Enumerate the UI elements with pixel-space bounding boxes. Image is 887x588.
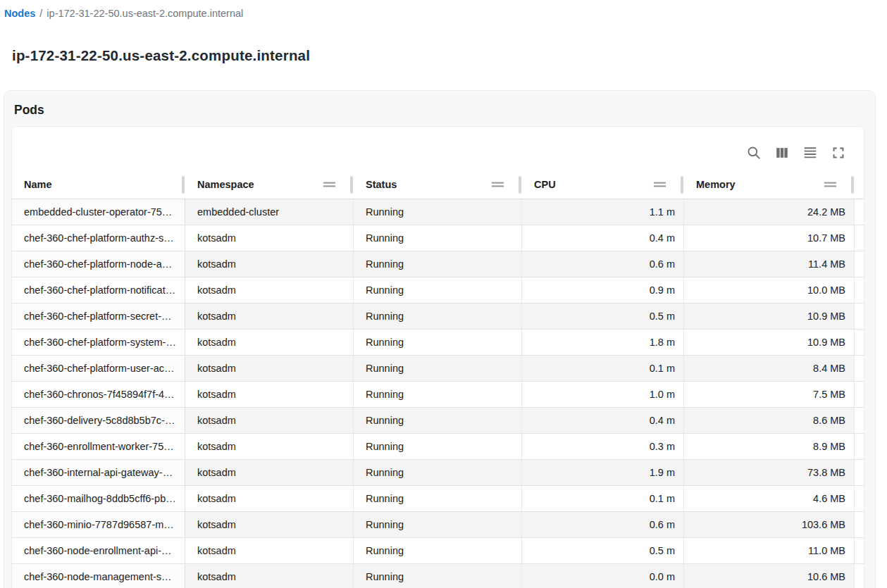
- search-button[interactable]: [741, 140, 767, 165]
- pod-name-cell: chef-360-internal-api-gateway-6…: [12, 460, 185, 486]
- column-header-status[interactable]: Status: [354, 170, 522, 199]
- table-row: chef-360-node-management-ser… kotsadm Ru…: [12, 564, 864, 588]
- pods-table: Name Namespace S: [12, 170, 864, 588]
- pod-status-cell: Running: [354, 356, 522, 382]
- pod-status-cell: Running: [354, 512, 522, 538]
- column-drag-handle-icon[interactable]: [322, 177, 337, 192]
- table-row: chef-360-node-enrollment-api-7… kotsadm …: [12, 538, 864, 564]
- filler-cell: [855, 460, 864, 486]
- column-header-filler: [855, 170, 864, 199]
- table-row: chef-360-chef-platform-notificati… kotsa…: [12, 277, 864, 304]
- pod-namespace-cell: kotsadm: [185, 277, 354, 304]
- pod-name-cell: chef-360-chef-platform-system-…: [12, 330, 185, 356]
- column-resize-handle[interactable]: [851, 176, 854, 194]
- fullscreen-button[interactable]: [826, 140, 851, 165]
- pod-status-cell: Running: [354, 434, 522, 460]
- filler-cell: [855, 408, 864, 434]
- filler-cell: [855, 538, 864, 564]
- page-title: ip-172-31-22-50.us-east-2.compute.intern…: [12, 47, 310, 64]
- pod-memory-cell: 103.6 MB: [684, 512, 855, 538]
- pod-namespace-cell: kotsadm: [185, 564, 354, 588]
- pod-status-cell: Running: [354, 304, 522, 330]
- pod-status-cell: Running: [354, 408, 522, 434]
- column-drag-handle-icon[interactable]: [652, 177, 667, 192]
- pod-status-cell: Running: [354, 330, 522, 356]
- pod-namespace-cell: embedded-cluster: [185, 199, 354, 225]
- search-icon: [746, 145, 762, 161]
- pod-status-cell: Running: [354, 277, 522, 304]
- pod-memory-cell: 11.4 MB: [684, 251, 855, 277]
- table-row: chef-360-enrollment-worker-758… kotsadm …: [12, 434, 864, 460]
- pod-memory-cell: 10.7 MB: [684, 225, 855, 251]
- pod-status-cell: Running: [354, 486, 522, 512]
- filler-cell: [855, 486, 864, 512]
- show-hide-columns-button[interactable]: [769, 140, 795, 165]
- pod-namespace-cell: kotsadm: [185, 486, 354, 512]
- pod-name-cell: chef-360-chef-platform-node-ac…: [12, 251, 185, 277]
- pod-status-cell: Running: [354, 460, 522, 486]
- filler-cell: [855, 251, 864, 277]
- column-drag-handle-icon[interactable]: [823, 177, 838, 192]
- breadcrumb-separator: /: [39, 8, 42, 19]
- pod-namespace-cell: kotsadm: [185, 408, 354, 434]
- column-header-memory[interactable]: Memory: [684, 170, 855, 199]
- column-label: Name: [24, 179, 52, 190]
- pod-status-cell: Running: [354, 538, 522, 564]
- pod-cpu-cell: 0.5 m: [522, 304, 684, 330]
- breadcrumb: Nodes / ip-172-31-22-50.us-east-2.comput…: [4, 8, 243, 19]
- pod-memory-cell: 8.9 MB: [684, 434, 855, 460]
- pod-name-cell: chef-360-chef-platform-notificati…: [12, 277, 185, 304]
- table-row: chef-360-delivery-5c8d8b5b7c-r… kotsadm …: [12, 408, 864, 434]
- pod-cpu-cell: 0.1 m: [522, 486, 684, 512]
- pod-namespace-cell: kotsadm: [185, 304, 354, 330]
- filler-cell: [855, 512, 864, 538]
- pod-memory-cell: 8.4 MB: [684, 356, 855, 382]
- filler-cell: [855, 434, 864, 460]
- pod-name-cell: chef-360-chef-platform-user-acc…: [12, 356, 185, 382]
- column-label: Status: [366, 179, 397, 190]
- pod-status-cell: Running: [354, 382, 522, 408]
- pod-namespace-cell: kotsadm: [185, 356, 354, 382]
- column-label: CPU: [534, 179, 556, 190]
- pod-memory-cell: 73.8 MB: [684, 460, 855, 486]
- pod-cpu-cell: 1.1 m: [522, 199, 684, 225]
- pods-table-card: Name Namespace S: [12, 127, 864, 588]
- pod-status-cell: Running: [354, 251, 522, 277]
- filler-cell: [855, 356, 864, 382]
- pod-memory-cell: 24.2 MB: [684, 199, 855, 225]
- pod-cpu-cell: 0.0 m: [522, 564, 684, 588]
- column-header-cpu[interactable]: CPU: [522, 170, 684, 199]
- pod-name-cell: chef-360-chef-platform-secret-s…: [12, 304, 185, 330]
- pod-name-cell: chef-360-node-management-ser…: [12, 564, 185, 588]
- pod-cpu-cell: 0.6 m: [522, 512, 684, 538]
- pod-memory-cell: 11.0 MB: [684, 538, 855, 564]
- pod-cpu-cell: 0.1 m: [522, 356, 684, 382]
- pod-cpu-cell: 1.8 m: [522, 330, 684, 356]
- density-button[interactable]: [798, 140, 823, 165]
- pods-card-title: Pods: [4, 91, 875, 127]
- pod-name-cell: chef-360-enrollment-worker-758…: [12, 434, 185, 460]
- table-row: chef-360-chef-platform-system-… kotsadm …: [12, 330, 864, 356]
- pod-namespace-cell: kotsadm: [185, 330, 354, 356]
- filler-cell: [855, 225, 864, 251]
- pod-cpu-cell: 0.5 m: [522, 538, 684, 564]
- table-row: embedded-cluster-operator-758… embedded-…: [12, 199, 864, 225]
- table-header: Name Namespace S: [12, 170, 864, 199]
- column-header-name[interactable]: Name: [12, 170, 185, 199]
- pod-namespace-cell: kotsadm: [185, 434, 354, 460]
- column-resize-handle[interactable]: [519, 176, 521, 194]
- column-resize-handle[interactable]: [350, 176, 353, 194]
- column-drag-handle-icon[interactable]: [490, 177, 505, 192]
- pod-namespace-cell: kotsadm: [185, 538, 354, 564]
- breadcrumb-link-nodes[interactable]: Nodes: [4, 8, 35, 19]
- pod-memory-cell: 10.0 MB: [684, 277, 855, 304]
- table-row: chef-360-chef-platform-user-acc… kotsadm…: [12, 356, 864, 382]
- pod-namespace-cell: kotsadm: [185, 251, 354, 277]
- pod-cpu-cell: 0.4 m: [522, 225, 684, 251]
- filler-cell: [855, 330, 864, 356]
- pod-cpu-cell: 1.0 m: [522, 382, 684, 408]
- column-resize-handle[interactable]: [182, 176, 185, 194]
- filler-cell: [855, 304, 864, 330]
- column-resize-handle[interactable]: [681, 176, 683, 194]
- column-header-namespace[interactable]: Namespace: [185, 170, 354, 199]
